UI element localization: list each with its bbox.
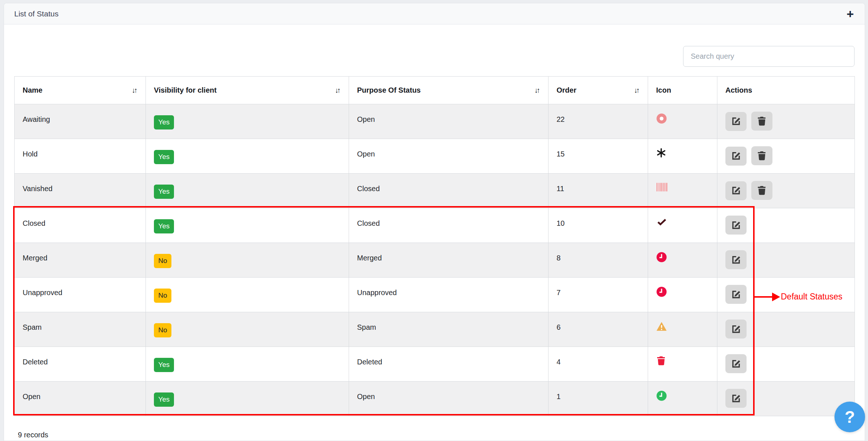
actions-cell <box>717 174 855 208</box>
edit-button[interactable] <box>725 320 747 339</box>
delete-button[interactable] <box>751 181 772 200</box>
name-cell: Open <box>15 382 146 416</box>
visibility-badge: Yes <box>154 219 174 233</box>
column-header[interactable]: Order ↓↑ <box>549 77 648 104</box>
visibility-cell: Yes <box>146 382 349 416</box>
sort-icon[interactable]: ↓↑ <box>335 86 341 94</box>
question-mark-icon: ? <box>845 407 855 427</box>
column-header[interactable]: Icon <box>648 77 717 104</box>
page: List of Status + Name ↓↑ Visibility for … <box>0 0 868 441</box>
order-cell: 8 <box>549 243 648 278</box>
edit-icon <box>731 359 741 369</box>
page-title: List of Status <box>14 9 58 18</box>
delete-button[interactable] <box>751 112 772 131</box>
edit-icon <box>731 394 741 403</box>
actions-cell <box>717 347 855 382</box>
purpose-cell: Spam <box>349 312 549 347</box>
trash-icon <box>757 185 767 196</box>
edit-button[interactable] <box>725 112 747 131</box>
order-cell: 7 <box>549 278 648 312</box>
status-icon-cell <box>648 243 717 278</box>
table-row: Open Yes Open 1 <box>15 382 855 416</box>
column-header[interactable]: Visibility for client ↓↑ <box>146 77 349 104</box>
name-cell: Hold <box>15 139 146 174</box>
visibility-badge: Yes <box>154 115 174 129</box>
actions-cell <box>717 208 855 243</box>
name-cell: Closed <box>15 208 146 243</box>
table-row: Merged No Merged 8 <box>15 243 855 278</box>
sort-icon[interactable]: ↓↑ <box>634 86 640 94</box>
name-cell: Vanished <box>15 174 146 208</box>
edit-icon <box>731 151 741 161</box>
delete-button[interactable] <box>751 146 772 165</box>
visibility-badge: No <box>154 254 171 268</box>
help-button[interactable]: ? <box>834 402 865 432</box>
visibility-cell: Yes <box>146 104 349 139</box>
table-row: Awaiting Yes Open 22 <box>15 104 855 139</box>
visibility-cell: No <box>146 278 349 312</box>
status-icon-cell <box>648 382 717 416</box>
trash-icon <box>757 151 767 161</box>
sort-icon[interactable]: ↓↑ <box>132 86 137 94</box>
column-label: Visibility for client <box>154 86 217 94</box>
purpose-cell: Deleted <box>349 347 549 382</box>
status-icon-cell <box>648 347 717 382</box>
records-count: 9 records <box>18 431 48 439</box>
column-label: Actions <box>725 86 752 94</box>
sort-icon[interactable]: ↓↑ <box>534 86 540 94</box>
status-table-wrap: Name ↓↑ Visibility for client ↓↑ Purpose… <box>14 76 855 416</box>
purpose-cell: Merged <box>349 243 549 278</box>
edit-button[interactable] <box>725 181 747 200</box>
status-icon-cell <box>648 278 717 312</box>
edit-button[interactable] <box>725 285 747 304</box>
annotation-arrow-line <box>755 296 773 298</box>
status-table: Name ↓↑ Visibility for client ↓↑ Purpose… <box>14 76 855 416</box>
status-icon-cell <box>648 104 717 139</box>
table-row: Hold Yes Open 15 <box>15 139 855 174</box>
visibility-badge: Yes <box>154 185 174 199</box>
visibility-cell: Yes <box>146 208 349 243</box>
column-header[interactable]: Name ↓↑ <box>15 77 146 104</box>
table-header-row: Name ↓↑ Visibility for client ↓↑ Purpose… <box>15 77 855 104</box>
edit-icon <box>731 290 741 299</box>
trash-icon <box>757 116 767 126</box>
order-cell: 22 <box>549 104 648 139</box>
order-cell: 11 <box>549 174 648 208</box>
purpose-cell: Closed <box>349 208 549 243</box>
order-cell: 6 <box>549 312 648 347</box>
check-icon <box>656 217 666 227</box>
edit-button[interactable] <box>725 354 747 373</box>
actions-cell <box>717 382 855 416</box>
name-cell: Unapproved <box>15 278 146 312</box>
column-header[interactable]: Actions <box>717 77 855 104</box>
edit-button[interactable] <box>725 147 747 166</box>
plus-icon: + <box>846 7 854 21</box>
add-status-button[interactable]: + <box>846 8 855 20</box>
edit-button[interactable] <box>725 250 747 269</box>
actions-cell <box>717 312 855 347</box>
column-header[interactable]: Purpose Of Status ↓↑ <box>349 77 549 104</box>
purpose-cell: Open <box>349 139 549 174</box>
edit-button[interactable] <box>725 389 747 408</box>
actions-cell <box>717 139 855 174</box>
visibility-badge: No <box>154 289 171 303</box>
order-cell: 4 <box>549 347 648 382</box>
visibility-cell: No <box>146 243 349 278</box>
visibility-cell: No <box>146 312 349 347</box>
table-row: Vanished Yes Closed 11 <box>15 174 855 208</box>
column-label: Order <box>557 86 576 94</box>
edit-icon <box>731 116 741 126</box>
status-icon-cell <box>648 208 717 243</box>
purpose-cell: Unapproved <box>349 278 549 312</box>
search-input[interactable] <box>683 46 855 67</box>
column-label: Name <box>23 86 42 94</box>
table-row: Closed Yes Closed 10 <box>15 208 855 243</box>
status-list-card: List of Status + Name ↓↑ Visibility for … <box>4 3 865 441</box>
edit-icon <box>731 255 741 265</box>
trash-icon <box>656 356 666 366</box>
card-header: List of Status + <box>4 3 865 24</box>
actions-cell <box>717 243 855 278</box>
status-icon-cell <box>648 312 717 347</box>
annotation-label: Default Statuses <box>781 292 842 302</box>
edit-button[interactable] <box>725 216 747 235</box>
